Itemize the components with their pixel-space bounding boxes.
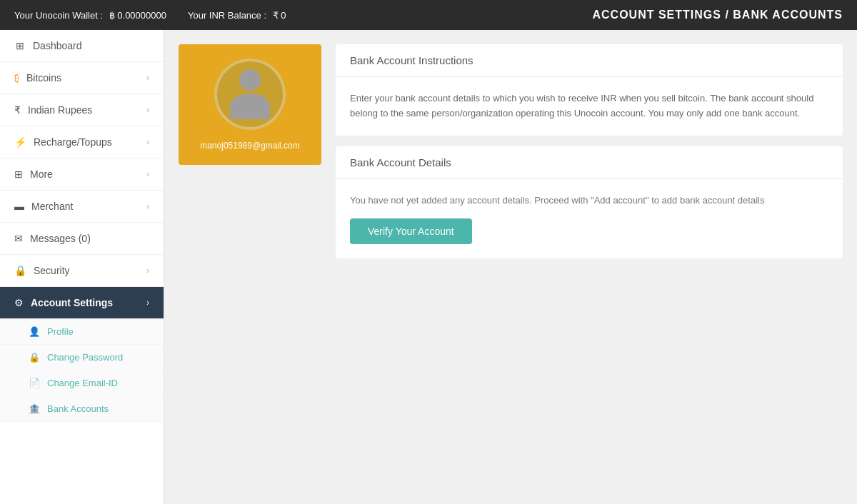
details-body: You have not yet added any account detai…: [336, 179, 843, 259]
instructions-body: Enter your bank account details to which…: [336, 77, 843, 136]
bank-icon: 🏦: [29, 403, 40, 414]
topbar-left: Your Unocoin Wallet : ฿ 0.00000000 Your …: [14, 10, 286, 21]
profile-box: manoj051989@gmail.com: [179, 44, 321, 165]
sidebar-sub-item-change-email[interactable]: 📄 Change Email-ID: [0, 371, 164, 396]
topbar: Your Unocoin Wallet : ฿ 0.00000000 Your …: [0, 0, 857, 30]
sidebar: ⊞ Dashboard ₿ Bitcoins › ₹ Indian Rupees…: [0, 30, 164, 504]
chevron-icon: ›: [146, 266, 149, 276]
chevron-icon: ›: [146, 169, 149, 179]
sidebar-item-security[interactable]: 🔒 Security ›: [0, 255, 164, 287]
sub-label-change-password: Change Password: [47, 352, 123, 363]
chevron-icon: ›: [146, 201, 149, 211]
profile-email: manoj051989@gmail.com: [200, 141, 300, 151]
sidebar-item-more[interactable]: ⊞ More ›: [0, 158, 164, 191]
content-area: manoj051989@gmail.com Bank Account Instr…: [164, 30, 857, 504]
card-icon: ▬: [14, 201, 24, 212]
rupee-icon: ₹: [14, 104, 21, 116]
sidebar-label-messages: Messages (0): [30, 233, 91, 244]
chevron-right-icon: ›: [146, 298, 149, 308]
sidebar-item-messages[interactable]: ✉ Messages (0): [0, 223, 164, 255]
sidebar-label-indian-rupees: Indian Rupees: [28, 104, 92, 116]
sidebar-item-recharge-topups[interactable]: ⚡ Recharge/Topups ›: [0, 126, 164, 158]
envelope-icon: ✉: [14, 233, 23, 244]
sidebar-item-dashboard[interactable]: ⊞ Dashboard: [0, 30, 164, 62]
sidebar-sub-item-bank-accounts[interactable]: 🏦 Bank Accounts: [0, 396, 164, 422]
person-icon: 👤: [29, 326, 40, 337]
sidebar-label-merchant: Merchant: [31, 201, 73, 212]
btc-icon: ₿: [14, 72, 19, 84]
sidebar-label-account-settings: Account Settings: [31, 297, 113, 308]
sidebar-item-merchant[interactable]: ▬ Merchant ›: [0, 191, 164, 223]
page-title: ACCOUNT SETTINGS / BANK ACCOUNTS: [592, 9, 843, 21]
sub-label-profile: Profile: [47, 326, 74, 337]
chevron-icon: ›: [146, 105, 149, 115]
lock-sm-icon: 🔒: [29, 352, 40, 363]
details-title: Bank Account Details: [336, 146, 843, 179]
main-layout: ⊞ Dashboard ₿ Bitcoins › ₹ Indian Rupees…: [0, 30, 857, 504]
profile-card: manoj051989@gmail.com: [179, 44, 321, 490]
email-sm-icon: 📄: [29, 378, 40, 388]
avatar-body: [230, 94, 270, 119]
sidebar-item-bitcoins[interactable]: ₿ Bitcoins ›: [0, 62, 164, 94]
inr-balance: Your INR Balance : ₹ 0: [188, 10, 286, 21]
sidebar-label-bitcoins: Bitcoins: [26, 72, 61, 84]
avatar-head: [239, 69, 261, 91]
sidebar-label-dashboard: Dashboard: [33, 40, 82, 51]
plus-box-icon: ⊞: [14, 168, 23, 180]
sidebar-sub-item-profile[interactable]: 👤 Profile: [0, 319, 164, 345]
sidebar-sub-item-change-password[interactable]: 🔒 Change Password: [0, 345, 164, 371]
chevron-icon: ›: [146, 137, 149, 147]
sidebar-item-indian-rupees[interactable]: ₹ Indian Rupees ›: [0, 94, 164, 126]
avatar: [214, 59, 286, 130]
instructions-card: Bank Account Instructions Enter your ban…: [336, 44, 843, 136]
instructions-title: Bank Account Instructions: [336, 44, 843, 77]
wallet-balance: Your Unocoin Wallet : ฿ 0.00000000: [14, 10, 166, 21]
chevron-icon: ›: [146, 73, 149, 83]
sidebar-label-recharge: Recharge/Topups: [34, 136, 112, 148]
bolt-icon: ⚡: [14, 136, 26, 148]
grid-icon: ⊞: [14, 40, 26, 51]
sub-label-change-email: Change Email-ID: [47, 378, 118, 388]
right-panel: Bank Account Instructions Enter your ban…: [336, 44, 843, 490]
settings-icon: ⚙: [14, 297, 24, 308]
sidebar-item-account-settings[interactable]: ⚙ Account Settings ›: [0, 287, 164, 319]
sub-label-bank-accounts: Bank Accounts: [47, 403, 109, 414]
no-account-text: You have not yet added any account detai…: [350, 193, 828, 208]
lock-icon: 🔒: [14, 265, 26, 276]
verify-account-button[interactable]: Verify Your Account: [350, 218, 472, 244]
details-card: Bank Account Details You have not yet ad…: [336, 146, 843, 259]
sidebar-label-security: Security: [34, 265, 70, 276]
sidebar-label-more: More: [30, 168, 53, 180]
